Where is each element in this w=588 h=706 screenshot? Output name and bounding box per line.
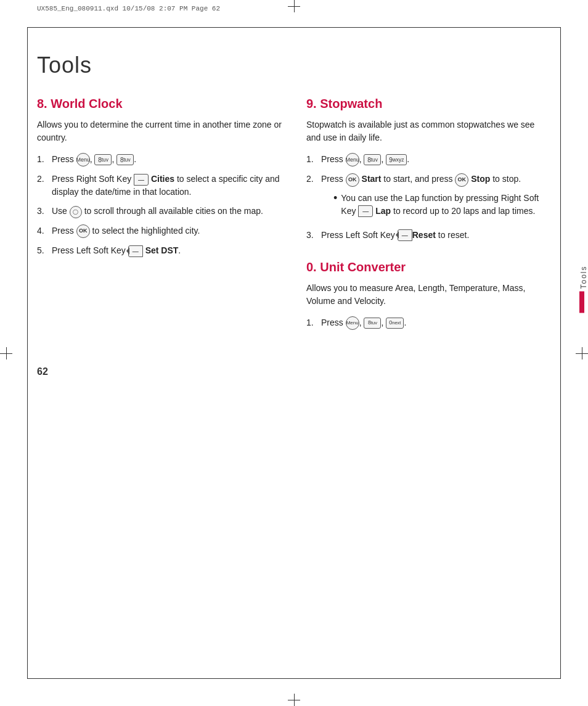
unit-converter-steps: 1. Press Menu, 8tuv, 0next. [306,316,551,330]
ok-key: OK [346,173,359,187]
bullet-item: • You can use the Lap function by pressi… [333,192,551,218]
step-num: 5. [37,244,49,257]
step-num: 3. [37,205,49,218]
doc-header-text: UX585_Eng_080911.qxd 10/15/08 2:07 PM Pa… [37,5,220,12]
list-item: 3. Press Left Soft Key ―Reset to reset. [306,229,551,242]
left-column: 8. World Clock Allows you to determine t… [37,97,282,380]
cross-left-mark [0,347,12,359]
stopwatch-title: 9. Stopwatch [306,97,551,111]
nav-key: ◯ [70,206,82,218]
two-column-layout: 8. World Clock Allows you to determine t… [37,97,551,380]
8tuv-key: 8tuv [94,154,112,165]
left-softkey: ― [398,229,412,241]
menu-key: Menu [346,153,359,166]
step-content: Press OK to select the highlighted city. [52,224,282,238]
sidebar-bar [579,292,584,313]
list-item: 4. Press OK to select the highlighted ci… [37,224,282,238]
step-num: 2. [306,173,319,186]
world-clock-intro: Allows you to determine the current time… [37,118,282,144]
step-content: Press Menu, 8tuv, 8tuv. [52,153,282,166]
stopwatch-intro: Stopwatch is available just as common st… [306,118,551,144]
border-right [560,27,561,679]
main-content: Tools 8. World Clock Allows you to deter… [37,34,551,672]
stopwatch-steps: 1. Press Menu, 8tuv, 9wxyz. 2. Press OK … [306,153,551,242]
step-num: 4. [37,224,49,237]
right-softkey: ― [134,174,149,186]
list-item: 1. Press Menu, 8tuv, 0next. [306,316,551,330]
cross-bottom-mark [288,694,300,706]
step-num: 1. [37,153,49,166]
step-num: 1. [306,316,319,329]
list-item: 5. Press Left Soft Key ― Set DST. [37,244,282,257]
menu-key: Menu [346,316,359,330]
step-num: 2. [37,173,49,186]
ok-key: OK [76,224,90,238]
0next-key: 0next [386,318,404,329]
9wxyz-key: 9wxyz [386,154,407,165]
list-item: 2. Press OK Start to start, and press OK… [306,173,551,222]
left-softkey: ― [128,245,143,257]
bullet-list: • You can use the Lap function by pressi… [333,192,551,218]
ok-key2: OK [455,173,468,187]
unit-converter-intro: Allows you to measure Area, Length, Temp… [306,282,551,308]
right-softkey: ― [358,205,373,217]
world-clock-title: 8. World Clock [37,97,282,111]
step-content: Press Menu, 8tuv, 9wxyz. [321,153,551,166]
border-top [27,27,561,28]
step-num: 1. [306,153,319,166]
page-title: Tools [37,52,551,78]
unit-converter-title: 0. Unit Converter [306,260,551,274]
page-number: 62 [37,366,48,377]
world-clock-steps: 1. Press Menu, 8tuv, 8tuv. 2. Press Righ… [37,153,282,257]
bullet-dot: • [333,192,337,205]
border-left [27,27,28,679]
list-item: 1. Press Menu, 8tuv, 9wxyz. [306,153,551,166]
list-item: 2. Press Right Soft Key ― Cities to sele… [37,173,282,199]
unit-converter-section: 0. Unit Converter Allows you to measure … [306,260,551,330]
list-item: 3. Use ◯ to scroll through all available… [37,205,282,218]
cross-right-mark [576,347,588,359]
sidebar-text: Tools [579,265,588,289]
8tuv-key: 8tuv [364,318,381,329]
step-content: Press Right Soft Key ― Cities to select … [52,173,282,199]
border-bottom [27,678,561,679]
sidebar-container: Tools [579,265,588,313]
list-item: 1. Press Menu, 8tuv, 8tuv. [37,153,282,166]
menu-key: Menu [76,153,90,166]
8tuv-key: 8tuv [364,154,381,165]
step-content: Press OK Start to start, and press OK St… [321,173,551,222]
step-content: Use ◯ to scroll through all available ci… [52,205,282,218]
step-content: Press Left Soft Key ―Reset to reset. [321,229,551,242]
8tuv-key2: 8tuv [116,154,134,165]
step-num: 3. [306,229,319,242]
step-content: Press Menu, 8tuv, 0next. [321,316,551,330]
bullet-text: You can use the Lap function by pressing… [341,192,551,218]
doc-header: UX585_Eng_080911.qxd 10/15/08 2:07 PM Pa… [37,5,551,12]
step-content: Press Left Soft Key ― Set DST. [52,244,282,257]
right-column: 9. Stopwatch Stopwatch is available just… [306,97,551,380]
